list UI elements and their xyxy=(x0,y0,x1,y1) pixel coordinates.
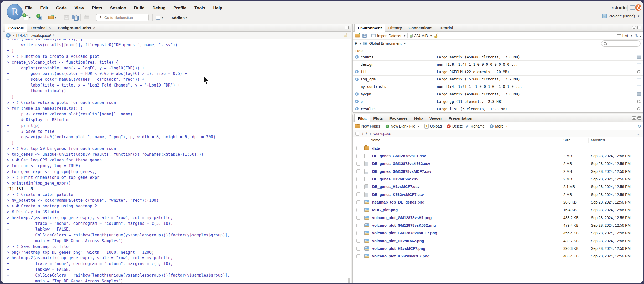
column-size[interactable]: Size xyxy=(563,138,570,142)
menu-session[interactable]: Session xyxy=(110,6,126,11)
upload-button[interactable]: Upload xyxy=(424,124,442,129)
expand-arrow-icon[interactable] xyxy=(355,78,359,81)
file-checkbox[interactable] xyxy=(356,247,360,251)
file-name-link[interactable]: volcano_plot_GM12878vsMCF7.png xyxy=(372,231,437,235)
menu-build[interactable]: Build xyxy=(134,6,144,11)
menu-debug[interactable]: Debug xyxy=(152,6,165,11)
file-checkbox[interactable] xyxy=(356,200,360,204)
file-name-link[interactable]: MDS_plot.png xyxy=(372,208,398,212)
file-row[interactable]: DE_genes_H1vsMCF7.csv2.1 MBSep 23, 2024,… xyxy=(353,183,643,191)
environment-object-row[interactable]: countsLarge matrix (458680 elements, 7.8… xyxy=(353,53,643,61)
clear-environment-icon[interactable] xyxy=(434,33,438,38)
file-name-link[interactable]: DE_genes_K562vsMCF7.csv xyxy=(372,192,424,197)
pane-layout-button[interactable]: ▾ xyxy=(156,14,163,21)
file-checkbox[interactable] xyxy=(356,216,360,220)
file-row[interactable]: DE_genes_GM12878vsH1.csv2 MBSep 23, 2024… xyxy=(353,152,643,160)
goto-file-search[interactable]: Go to file/function xyxy=(96,14,149,21)
maximize-pane-icon[interactable] xyxy=(345,26,349,29)
file-row[interactable]: volcano_plot_GM12878vsH1.png438.2 KBSep … xyxy=(353,214,643,221)
tab-history[interactable]: History xyxy=(385,24,406,32)
menu-view[interactable]: View xyxy=(75,6,84,11)
menu-help[interactable]: Help xyxy=(213,6,222,11)
environment-object-row[interactable]: fitLarge DGEGLM (22 elements, 20 MB) xyxy=(353,68,643,75)
save-workspace-icon[interactable] xyxy=(362,34,366,38)
console-scrollbar[interactable] xyxy=(347,40,350,282)
inspect-object-icon[interactable] xyxy=(637,107,641,111)
file-row[interactable]: volcano_plot_H1vsMCF7.png390.3 KBSep 23,… xyxy=(353,245,643,252)
file-row[interactable]: volcano_plot_H1vsK562.png439.7 KBSep 23,… xyxy=(353,237,643,245)
file-checkbox[interactable] xyxy=(356,162,360,166)
tab-connections[interactable]: Connections xyxy=(405,24,436,32)
environment-object-row[interactable]: pLarge gg (11 elements, 2.3 MB) xyxy=(353,98,643,105)
more-path-button[interactable]: ... xyxy=(637,131,641,136)
new-project-button[interactable]: R + xyxy=(38,14,42,21)
column-name[interactable]: ▲Name xyxy=(367,138,380,142)
view-table-icon[interactable] xyxy=(637,63,641,66)
select-all-checkbox[interactable] xyxy=(355,132,359,136)
expand-arrow-icon[interactable] xyxy=(355,100,359,103)
menu-plots[interactable]: Plots xyxy=(92,6,102,11)
new-blank-file-button[interactable]: + New Blank File ▾ xyxy=(385,124,419,128)
console-scrollbar-thumb[interactable] xyxy=(348,278,350,283)
environment-object-row[interactable]: resultsLarge list (6 elements, 13.3 MB) xyxy=(353,105,643,113)
column-modified[interactable]: Modified xyxy=(591,138,605,142)
file-checkbox[interactable] xyxy=(356,254,360,258)
open-file-button[interactable]: ▾ xyxy=(48,14,56,21)
chevron-down-icon[interactable]: ▾ xyxy=(13,34,15,37)
breadcrumb-folder[interactable]: workspace xyxy=(373,131,391,136)
environment-object-row[interactable]: designnum [1:8, 1:4] 1 1 0 0 0 0 0 0 0 0… xyxy=(353,61,643,68)
minimize-pane-icon[interactable] xyxy=(632,26,636,29)
menu-code[interactable]: Code xyxy=(56,6,67,11)
environment-object-row[interactable]: log_cpmLarge matrix (157680 elements, 2.… xyxy=(353,76,643,83)
file-row[interactable]: DE_genes_H1vsK562.csv2 MBSep 23, 2024, 1… xyxy=(353,175,643,183)
view-table-icon[interactable] xyxy=(637,78,641,81)
memory-usage-button[interactable]: 334 MiB ▾ xyxy=(410,34,432,38)
tab-help[interactable]: Help xyxy=(411,114,426,122)
view-table-icon[interactable] xyxy=(637,85,641,88)
file-row[interactable]: DE_genes_GM12878vsK562.csv2 MBSep 23, 20… xyxy=(353,160,643,168)
file-checkbox[interactable] xyxy=(356,169,360,173)
list-view-button[interactable]: List ▾ xyxy=(617,34,632,38)
file-name-link[interactable]: volcano_plot_K562vsMCF7.png xyxy=(372,254,429,258)
tab-plots[interactable]: Plots xyxy=(370,114,386,122)
file-name-link[interactable]: data xyxy=(372,146,380,150)
menu-file[interactable]: File xyxy=(25,6,33,11)
tab-tutorial[interactable]: Tutorial xyxy=(436,24,456,32)
expand-arrow-icon[interactable] xyxy=(355,107,359,110)
scope-selector[interactable]: ▦ Global Environment ▾ xyxy=(363,41,406,46)
file-checkbox[interactable] xyxy=(356,208,360,212)
file-checkbox[interactable] xyxy=(356,224,360,227)
new-folder-button[interactable]: New Folder xyxy=(355,124,380,128)
tab-viewer[interactable]: Viewer xyxy=(426,114,445,122)
file-checkbox[interactable] xyxy=(356,177,360,181)
file-name-link[interactable]: volcano_plot_H1vsK562.png xyxy=(372,239,424,243)
file-name-link[interactable]: volcano_plot_GM12878vsK562.png xyxy=(372,223,436,227)
minimize-pane-icon[interactable] xyxy=(632,116,636,120)
maximize-pane-icon[interactable] xyxy=(637,26,641,29)
file-checkbox[interactable] xyxy=(356,185,360,189)
quit-session-button[interactable] xyxy=(635,4,641,12)
environment-search-input[interactable] xyxy=(601,40,641,47)
save-all-button[interactable] xyxy=(71,14,81,21)
tab-files[interactable]: Files xyxy=(354,114,370,122)
breadcrumb-root[interactable]: / xyxy=(366,131,367,136)
menu-profile[interactable]: Profile xyxy=(173,6,186,11)
file-checkbox[interactable] xyxy=(356,154,360,158)
delete-button[interactable]: ✕ Delete xyxy=(447,124,463,128)
tab-presentation[interactable]: Presentation xyxy=(445,114,476,122)
refresh-environment-button[interactable]: ↻▾ xyxy=(635,33,641,38)
rename-button[interactable]: Rename xyxy=(465,124,485,128)
tab-packages[interactable]: Packages xyxy=(386,114,411,122)
file-row[interactable]: MDS_plot.png16.4 KBSep 23, 2024, 12:56 P… xyxy=(353,206,643,214)
file-name-link[interactable]: DE_genes_GM12878vsMCF7.csv xyxy=(372,169,432,174)
file-checkbox[interactable] xyxy=(356,239,360,243)
file-row[interactable]: heatmap_top_DE_genes.png26.8 KBSep 23, 2… xyxy=(353,198,643,206)
file-row[interactable]: DE_genes_GM12878vsMCF7.csv2 MBSep 23, 20… xyxy=(353,168,643,175)
menu-tools[interactable]: Tools xyxy=(194,6,205,11)
new-file-button[interactable]: + ▾ xyxy=(24,14,31,21)
file-checkbox[interactable] xyxy=(356,192,360,196)
close-icon[interactable]: ✕ xyxy=(49,26,51,30)
import-dataset-button[interactable]: Import Dataset ▾ xyxy=(371,34,405,38)
file-checkbox[interactable] xyxy=(356,231,360,235)
file-row[interactable]: volcano_plot_GM12878vsK562.png479.4 KBSe… xyxy=(353,221,643,229)
